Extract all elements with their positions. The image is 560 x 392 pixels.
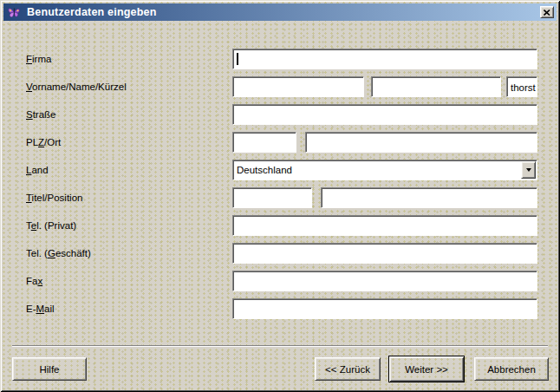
- strasse-field: [232, 104, 537, 125]
- window-title: Benutzerdaten eingeben: [27, 6, 157, 18]
- fax-input[interactable]: [233, 271, 537, 291]
- label-tel-geschaeft: Tel. (Geschäft): [26, 243, 221, 264]
- label-email: E-Mail: [26, 298, 221, 319]
- plz-input[interactable]: [233, 133, 296, 152]
- label-text-post: l. (Privat): [36, 220, 76, 231]
- close-x-icon: [544, 10, 550, 16]
- label-text-pre: E-: [26, 304, 36, 314]
- plz-field: [232, 132, 296, 153]
- vorname-field: [232, 76, 364, 97]
- label-text-pre: PL: [26, 137, 38, 147]
- label-mnemonic: M: [36, 304, 45, 314]
- titlebar: Benutzerdaten eingeben: [3, 3, 557, 21]
- email-input[interactable]: [233, 299, 537, 318]
- label-text-post: orname/Name/Kürzel: [32, 82, 127, 92]
- label-fax: Fax: [26, 271, 221, 291]
- help-button[interactable]: Hilfe: [12, 357, 87, 381]
- ort-input[interactable]: [306, 133, 537, 152]
- tel-privat-input[interactable]: [233, 216, 537, 235]
- kuerzel-input[interactable]: [507, 77, 537, 96]
- label-text-post: ail: [44, 304, 55, 314]
- label-plz-ort: PLZ/Ort: [26, 132, 221, 153]
- chevron-down-icon: [526, 168, 531, 172]
- kuerzel-field: [506, 76, 537, 97]
- ort-field: [305, 132, 537, 153]
- firma-input[interactable]: [233, 49, 537, 69]
- label-tel-privat: Tel. (Privat): [26, 215, 221, 236]
- firma-field: [232, 49, 537, 69]
- separator: [12, 345, 548, 347]
- label-mnemonic: x: [37, 276, 42, 286]
- label-text-post: irma: [32, 54, 51, 64]
- label-mnemonic: T: [26, 193, 32, 203]
- label-text-post: and: [31, 165, 48, 175]
- tel-privat-field: [232, 215, 537, 236]
- tel-geschaeft-input[interactable]: [233, 244, 537, 263]
- label-text-post: itel/Position: [32, 193, 83, 203]
- name-input[interactable]: [372, 77, 500, 96]
- position-input[interactable]: [322, 188, 537, 207]
- label-land: Land: [26, 160, 221, 180]
- label-mnemonic: G: [48, 248, 55, 258]
- land-dropdown-button[interactable]: [521, 161, 536, 179]
- strasse-input[interactable]: [233, 105, 537, 124]
- titel-field: [232, 187, 312, 208]
- next-button[interactable]: Weiter >>: [388, 356, 465, 382]
- cancel-button[interactable]: Abbrechen: [474, 357, 549, 381]
- dialog-window: Benutzerdaten eingeben Firma Vorname/Nam…: [0, 0, 560, 392]
- label-firma: Firma: [26, 49, 221, 69]
- label-mnemonic: S: [26, 109, 33, 120]
- label-text-pre: Fa: [26, 276, 37, 286]
- vorname-input[interactable]: [233, 77, 363, 96]
- land-select[interactable]: Deutschland: [232, 160, 537, 180]
- butterfly-icon: [7, 5, 22, 19]
- label-text-post: traße: [33, 109, 56, 120]
- email-field: [232, 298, 537, 319]
- position-field: [321, 187, 537, 208]
- label-text-pre: Tel. (: [26, 248, 48, 258]
- text-caret: [237, 53, 238, 65]
- label-titel-position: Titel/Position: [26, 187, 221, 208]
- label-vorname-name-kuerzel: Vorname/Name/Kürzel: [26, 76, 221, 97]
- label-text-post: eschäft): [55, 248, 91, 258]
- label-mnemonic: F: [26, 54, 32, 64]
- label-text-post: /Ort: [44, 137, 61, 147]
- back-button[interactable]: << Zurück: [315, 357, 381, 381]
- titel-input[interactable]: [233, 188, 311, 207]
- label-strasse: Straße: [26, 104, 221, 125]
- close-button[interactable]: [540, 6, 554, 18]
- land-selected-value: Deutschland: [237, 160, 519, 180]
- name-field: [371, 76, 501, 97]
- label-mnemonic: V: [26, 82, 32, 92]
- tel-geschaeft-field: [232, 243, 537, 264]
- fax-field: [232, 271, 537, 291]
